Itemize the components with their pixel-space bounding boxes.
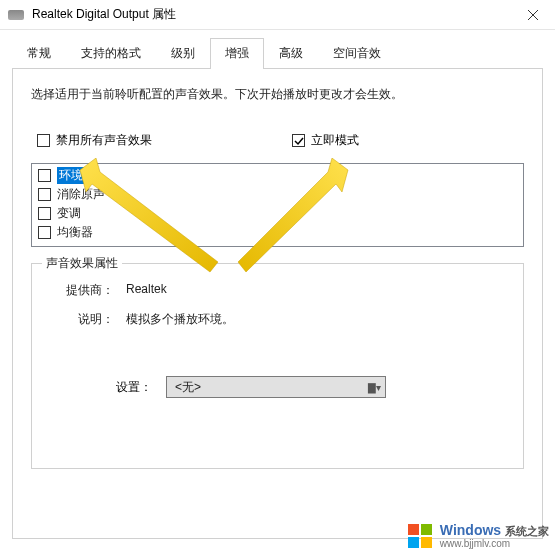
description-row: 说明： 模拟多个播放环境。 (48, 311, 507, 328)
checkbox-box (37, 134, 50, 147)
chevron-down-icon: ▇▾ (368, 382, 381, 393)
checkbox-box (292, 134, 305, 147)
provider-label: 提供商： (48, 282, 126, 299)
watermark-brand: Windows (440, 522, 501, 538)
window-body: 常规 支持的格式 级别 增强 高级 空间音效 选择适用于当前聆听配置的声音效果。… (0, 30, 555, 547)
disable-all-effects-checkbox[interactable]: 禁用所有声音效果 (37, 132, 152, 149)
svg-rect-4 (408, 524, 419, 535)
list-item-label: 消除原声 (57, 186, 105, 203)
provider-value: Realtek (126, 282, 507, 299)
list-item-label: 均衡器 (57, 224, 93, 241)
tab-advanced[interactable]: 高级 (264, 38, 318, 68)
settings-label: 设置： (116, 379, 152, 396)
disable-all-label: 禁用所有声音效果 (56, 132, 152, 149)
dropdown-selected: <无> (175, 379, 201, 396)
svg-rect-6 (408, 537, 419, 548)
tab-strip: 常规 支持的格式 级别 增强 高级 空间音效 (12, 38, 543, 69)
top-checkbox-row: 禁用所有声音效果 立即模式 (37, 132, 524, 149)
list-item-label: 变调 (57, 205, 81, 222)
svg-rect-5 (421, 524, 432, 535)
close-button[interactable] (510, 0, 555, 30)
titlebar: Realtek Digital Output 属性 (0, 0, 555, 30)
immediate-mode-label: 立即模式 (311, 132, 359, 149)
watermark-url: www.bjjmlv.com (440, 538, 549, 549)
watermark: Windows 系统之家 www.bjjmlv.com (406, 522, 549, 550)
effect-properties-group: 声音效果属性 提供商： Realtek 说明： 模拟多个播放环境。 设置： <无… (31, 263, 524, 469)
enhancements-panel: 选择适用于当前聆听配置的声音效果。下次开始播放时更改才会生效。 禁用所有声音效果… (12, 69, 543, 539)
watermark-text: Windows 系统之家 www.bjjmlv.com (440, 523, 549, 549)
checkbox-box[interactable] (38, 169, 51, 182)
list-item-label: 环境 (57, 167, 85, 184)
tab-levels[interactable]: 级别 (156, 38, 210, 68)
windows-logo-icon (406, 522, 434, 550)
settings-dropdown[interactable]: <无> ▇▾ (166, 376, 386, 398)
tab-enhancements[interactable]: 增强 (210, 38, 264, 69)
watermark-sub: 系统之家 (505, 525, 549, 537)
svg-rect-7 (421, 537, 432, 548)
close-icon (528, 10, 538, 20)
description-label: 说明： (48, 311, 126, 328)
panel-description: 选择适用于当前聆听配置的声音效果。下次开始播放时更改才会生效。 (31, 85, 524, 104)
tab-general[interactable]: 常规 (12, 38, 66, 68)
group-title: 声音效果属性 (42, 255, 122, 272)
checkmark-icon (294, 136, 304, 146)
checkbox-box[interactable] (38, 188, 51, 201)
checkbox-box[interactable] (38, 226, 51, 239)
tab-supported-formats[interactable]: 支持的格式 (66, 38, 156, 68)
effects-listbox[interactable]: 环境 消除原声 变调 均衡器 (31, 163, 524, 247)
window-title: Realtek Digital Output 属性 (32, 6, 176, 23)
list-item[interactable]: 环境 (36, 166, 519, 185)
settings-row: 设置： <无> ▇▾ (116, 376, 507, 398)
tab-spatial-sound[interactable]: 空间音效 (318, 38, 396, 68)
provider-row: 提供商： Realtek (48, 282, 507, 299)
list-item[interactable]: 变调 (36, 204, 519, 223)
immediate-mode-checkbox[interactable]: 立即模式 (292, 132, 359, 149)
audio-device-icon (8, 10, 24, 20)
list-item[interactable]: 均衡器 (36, 223, 519, 242)
checkbox-box[interactable] (38, 207, 51, 220)
description-value: 模拟多个播放环境。 (126, 311, 507, 328)
list-item[interactable]: 消除原声 (36, 185, 519, 204)
